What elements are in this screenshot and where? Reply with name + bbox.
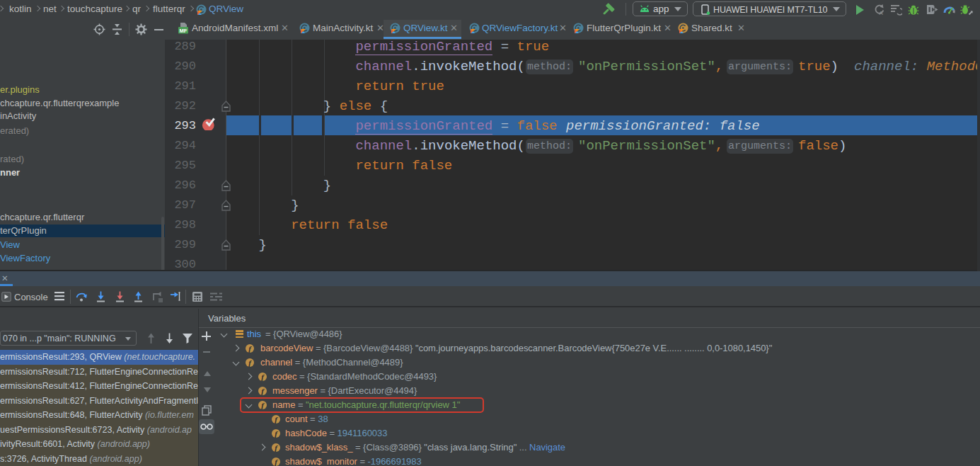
svg-text:MF: MF <box>180 28 188 34</box>
svg-text:A: A <box>880 10 884 16</box>
